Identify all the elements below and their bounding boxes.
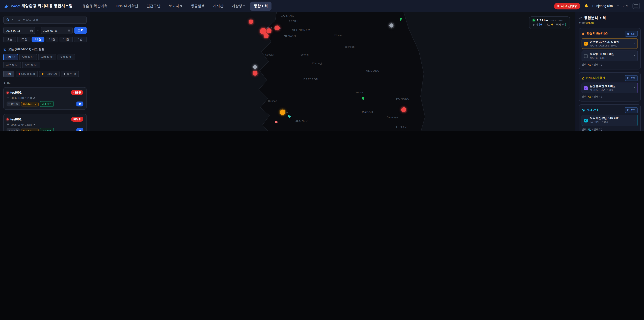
search-submit-button[interactable]: 조회 (74, 27, 86, 34)
quick-range-0[interactable]: 오늘 (3, 37, 16, 42)
incident-marker-response[interactable] (267, 28, 272, 33)
user-name: Eunjeong Kim (592, 4, 613, 8)
incident-card[interactable]: test001 대응중 2026-03-04 19:00 유류유출BUNKER_… (3, 87, 87, 110)
item-checkbox[interactable]: ✓ (584, 86, 588, 90)
brand-wing-icon (4, 4, 9, 9)
nav-item-4[interactable]: 항공탐색 (187, 2, 208, 11)
quick-range-4[interactable]: 6개월 (60, 37, 72, 42)
status-dot-icon (18, 73, 20, 75)
nav-item-7[interactable]: 통합조회 (250, 2, 272, 11)
item-close-icon[interactable]: × (634, 42, 635, 45)
section-query-button[interactable]: 조회 (624, 107, 638, 113)
nav-item-1[interactable]: HNS·대기확산 (112, 2, 142, 11)
section-query-button[interactable]: 조회 (624, 31, 638, 37)
date-range-row: 2026-02-11 ~ 2026-03-11 조회 (3, 27, 87, 34)
calendar-icon (68, 29, 70, 32)
section-query-button[interactable]: 조회 (624, 75, 638, 81)
nav-item-0[interactable]: 유출유 확산예측 (78, 2, 111, 11)
app-logo[interactable]: Wing 해양환경 위기대응 통합시스템 (4, 3, 72, 9)
calendar-icon (30, 29, 33, 32)
status-chip-3[interactable]: 종료 (1) (61, 71, 79, 77)
search-input[interactable] (12, 18, 84, 22)
incident-marker-response[interactable] (248, 20, 253, 24)
item-checkbox[interactable]: ✓ (584, 119, 588, 122)
city-label: Seosan (265, 53, 274, 56)
region-chip-1[interactable]: 남해청 (3) (19, 54, 37, 60)
map-basemap (90, 12, 575, 131)
city-label: Sejong (300, 53, 309, 56)
nav-item-5[interactable]: 게시판 (209, 2, 227, 11)
item-checkbox[interactable]: ✓ (584, 42, 588, 46)
quick-range-2[interactable]: 1개월 (32, 37, 44, 42)
search-box[interactable] (3, 16, 87, 24)
city-label: GOYANG (281, 14, 294, 17)
region-chip-2[interactable]: 서해청 (1) (38, 54, 56, 60)
ais-title: AIS Live (536, 19, 548, 22)
incident-marker-response[interactable] (402, 107, 406, 112)
city-label: SEOUL (289, 20, 299, 23)
city-label: JEONJU (296, 119, 308, 122)
status-chip-2[interactable]: 조사중 (2) (39, 71, 60, 77)
incident-status-dot-icon (6, 92, 8, 94)
incident-title: test001 (10, 117, 22, 121)
analysis-item[interactable]: 여수항 DIESEL 확산 4DGPS · 30kL × (582, 51, 638, 61)
region-chip-4[interactable]: 제주청 (0) (3, 62, 21, 68)
incident-title: test001 (10, 91, 22, 94)
nav-item-2[interactable]: 긴급구난 (143, 2, 164, 11)
search-icon (6, 18, 10, 22)
ais-provider: MarineTraffic (550, 19, 562, 22)
map-pin-icon (78, 103, 81, 105)
city-label: Cheongju (312, 62, 323, 65)
status-chip-1[interactable]: 대응중 (13) (16, 71, 38, 77)
incident-marker-closed[interactable] (253, 65, 257, 69)
ais-stat-1: 사고 6 (545, 23, 553, 27)
table-icon (627, 109, 630, 111)
region-chip-0[interactable]: 전체 16 (3, 54, 18, 60)
date-to-input[interactable]: 2026-03-11 (40, 27, 72, 34)
region-chip-3[interactable]: 동해청 (1) (57, 54, 75, 60)
city-label: ANDONG (366, 69, 380, 72)
incident-status-dot-icon (6, 118, 8, 120)
incident-marker-investigating[interactable] (280, 110, 286, 115)
item-subtitle: 4DGPS · 30kL (590, 57, 632, 59)
date-from-input[interactable]: 2026-02-11 (3, 27, 36, 34)
analysis-item[interactable]: ✓ 여수항 BUNKER-C 확산 4DGPS+OpenDrift · 150k… (582, 38, 638, 49)
city-label: Gunwi (356, 91, 364, 94)
item-close-icon[interactable]: × (634, 86, 635, 90)
incident-list: test001 대응중 2026-03-04 19:00 유류유출BUNKER_… (3, 87, 87, 131)
menu-button[interactable] (632, 3, 640, 9)
quick-range-5[interactable]: 1년 (74, 37, 87, 42)
map-area[interactable]: GOYANGSEOULINCHEONSEONGNAMSUWONWonjuJech… (90, 12, 575, 131)
city-label: DAEJEON (304, 78, 318, 81)
nav-item-3[interactable]: 보고자료 (165, 2, 186, 11)
app-root: Wing 해양환경 위기대응 통합시스템 유출유 확산예측HNS·대기확산긴급구… (0, 0, 644, 131)
clipboard-icon (3, 48, 7, 51)
lifebuoy-icon (582, 109, 585, 112)
quick-range-3[interactable]: 3개월 (46, 37, 58, 42)
analysis-item[interactable]: ✓ 여수 해상구난 SAR #12 SAROPS · 표류중 × (582, 115, 638, 126)
item-checkbox[interactable] (584, 54, 588, 58)
incident-map-button[interactable] (76, 128, 84, 131)
city-label: Jecheon (345, 46, 354, 48)
incident-active-badge[interactable]: 사고 진행중 (554, 3, 580, 9)
incident-marker-response[interactable] (253, 71, 258, 76)
flask-icon (582, 77, 585, 80)
incident-marker-response[interactable] (264, 33, 269, 38)
region-chip-5[interactable]: 중부청 (0) (22, 62, 40, 68)
section-rescue: 긴급구난 조회 ✓ 여수 해상구난 SAR #12 SAROPS · 표류중 ×… (579, 104, 641, 131)
item-close-icon[interactable]: × (634, 54, 635, 58)
incident-map-button[interactable] (76, 102, 84, 106)
analysis-item[interactable]: ✓ 울산 톨루엔 대기확산 ALOHA · 15L/s · 1.2km × (582, 83, 638, 93)
analysis-panel-header: 통합분석 조회 선박: test001 (579, 16, 641, 25)
section-spill: 유출유 확산예측 조회 ✓ 여수항 BUNKER-C 확산 4DGPS+Open… (579, 28, 641, 70)
logout-button[interactable]: 로그아웃 (616, 4, 629, 8)
status-chip-0[interactable]: 전체 (3, 71, 14, 77)
item-close-icon[interactable]: × (634, 119, 635, 122)
incident-marker-closed[interactable] (389, 24, 393, 28)
incident-card[interactable]: test001 대응중 2026-03-04 18:58 유류유출BUNKER_… (3, 114, 87, 131)
incident-marker-response[interactable] (275, 26, 280, 30)
notifications-bell-icon[interactable] (584, 4, 589, 8)
nav-item-6[interactable]: 기상정보 (228, 2, 249, 11)
quick-range-1[interactable]: 1주일 (18, 37, 30, 42)
ais-live-overlay[interactable]: AIS Live MarineTraffic 선박 20·사고 6·방제선 2 (529, 17, 570, 29)
